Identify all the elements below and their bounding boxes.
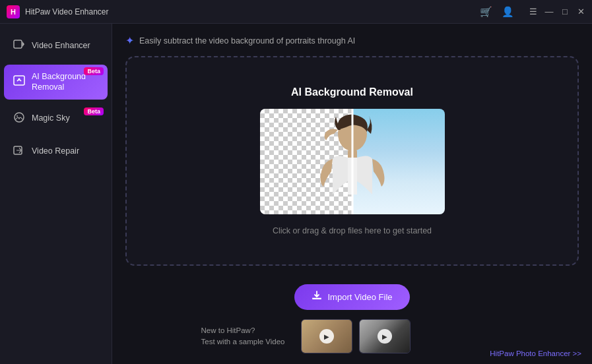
sidebar-item-label-magic-sky: Magic Sky [32, 113, 70, 123]
sample-label: New to HitPaw? Test with a sample Video [201, 325, 285, 348]
menu-icon[interactable]: ☰ [529, 7, 538, 16]
import-video-button[interactable]: Import Video File [294, 284, 409, 310]
user-icon[interactable]: 👤 [502, 6, 514, 18]
main-wrapper: ✦ Easily subtract the video background o… [112, 24, 592, 364]
titlebar-left: H HitPaw Video Enhancer [7, 5, 109, 18]
main-content: ✦ Easily subtract the video background o… [112, 24, 592, 364]
video-enhancer-icon [13, 38, 25, 53]
preview-image [260, 109, 445, 214]
video-repair-icon [13, 144, 25, 159]
app-body: Video Enhancer AI Background Removal Bet… [0, 24, 592, 364]
drop-zone-title: AI Background Removal [291, 86, 413, 98]
divider-line [351, 109, 353, 214]
cart-icon[interactable]: 🛒 [480, 6, 492, 18]
sample-videos: ▶ ▶ [301, 319, 411, 353]
drop-text: Click or drag & drop files here to get s… [273, 226, 432, 235]
subtitle-bar: ✦ Easily subtract the video background o… [125, 34, 579, 47]
sidebar-item-label-video-enhancer: Video Enhancer [32, 40, 90, 51]
drop-zone[interactable]: AI Background Removal [125, 56, 579, 266]
svg-point-5 [16, 115, 18, 117]
sample-video-thumb-1[interactable]: ▶ [301, 319, 352, 353]
subtitle-text: Easily subtract the video background of … [139, 36, 355, 46]
ai-bg-removal-beta-badge: Beta [84, 67, 104, 75]
app-logo: H [7, 5, 20, 18]
sidebar-item-video-repair[interactable]: Video Repair [4, 138, 108, 166]
svg-point-4 [15, 113, 24, 122]
svg-rect-0 [14, 40, 22, 48]
ai-star-icon: ✦ [125, 34, 134, 47]
close-button[interactable]: ✕ [576, 7, 585, 16]
window-controls: ☰ — □ ✕ [529, 7, 585, 16]
sample-video-thumb-2[interactable]: ▶ [359, 319, 411, 353]
sidebar-item-ai-background-removal[interactable]: AI Background Removal Beta [4, 65, 108, 100]
sidebar-item-magic-sky[interactable]: Magic Sky Beta [4, 105, 108, 133]
sample-section: New to HitPaw? Test with a sample Video … [125, 319, 579, 353]
svg-marker-1 [22, 42, 24, 47]
sidebar: Video Enhancer AI Background Removal Bet… [0, 24, 112, 364]
play-button-2[interactable]: ▶ [378, 329, 392, 344]
maximize-button[interactable]: □ [560, 7, 570, 16]
magic-sky-icon [13, 111, 25, 126]
ai-background-removal-icon [13, 75, 25, 89]
titlebar-right: 🛒 👤 ☰ — □ ✕ [480, 6, 585, 18]
logo-text: H [11, 8, 16, 16]
svg-rect-2 [14, 76, 24, 85]
play-button-1[interactable]: ▶ [319, 329, 334, 344]
hitpaw-photo-enhancer-link[interactable]: HitPaw Photo Enhancer >> [490, 349, 581, 357]
import-button-label: Import Video File [327, 292, 392, 302]
app-title: HitPaw Video Enhancer [25, 7, 109, 16]
minimize-button[interactable]: — [544, 7, 554, 16]
svg-rect-11 [312, 297, 321, 299]
titlebar: H HitPaw Video Enhancer 🛒 👤 ☰ — □ ✕ [0, 0, 592, 24]
svg-point-3 [18, 78, 20, 80]
sidebar-item-label-video-repair: Video Repair [32, 146, 79, 156]
import-icon [312, 291, 322, 303]
sidebar-item-video-enhancer[interactable]: Video Enhancer [4, 32, 108, 59]
magic-sky-beta-badge: Beta [84, 107, 104, 115]
